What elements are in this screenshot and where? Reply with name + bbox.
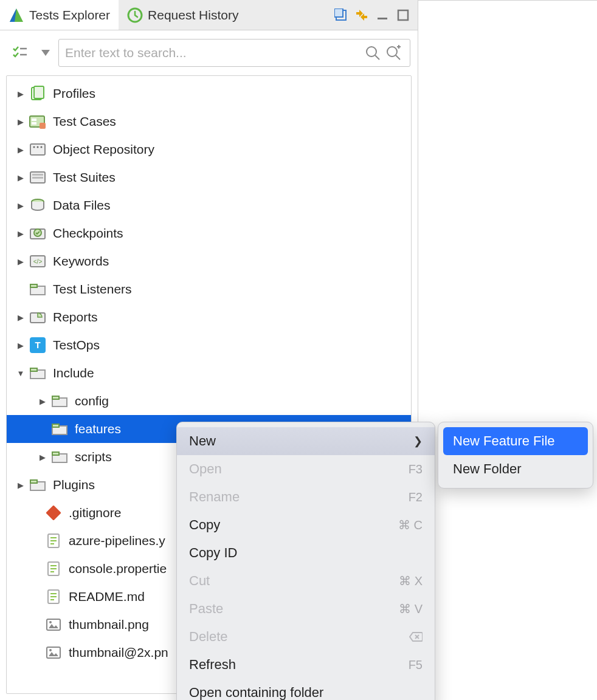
tree-item-checkpoints[interactable]: ▶ Checkpoints (7, 219, 411, 247)
svg-point-12 (387, 47, 397, 57)
tests-explorer-icon (9, 7, 24, 23)
image-icon (44, 616, 63, 634)
file-icon (44, 532, 63, 550)
minimize-icon[interactable] (374, 7, 391, 24)
right-panel (418, 0, 597, 700)
ctx-label: New (189, 433, 413, 449)
tab-tests-explorer[interactable]: Tests Explorer (0, 0, 119, 30)
tree-label: README.md (69, 589, 145, 604)
tree-label: azure-pipelines.y (69, 534, 165, 548)
tree-label: features (75, 422, 121, 436)
ctx-label: Rename (189, 489, 409, 505)
ctx-label: Paste (189, 601, 399, 617)
svg-rect-39 (52, 396, 59, 399)
tree-item-include[interactable]: ▼ Include (7, 359, 411, 387)
folder-icon (50, 448, 69, 466)
filter-checklist-icon[interactable] (7, 40, 33, 66)
svg-rect-59 (47, 647, 60, 658)
tree-item-keywords[interactable]: ▶ </> Keywords (7, 247, 411, 275)
caret-right-icon: ▶ (13, 341, 29, 350)
sub-label: New Folder (453, 461, 521, 477)
svg-rect-6 (398, 10, 408, 20)
tree-label: Test Listeners (53, 282, 132, 297)
tree-item-test-suites[interactable]: ▶ Test Suites (7, 163, 411, 191)
svg-rect-19 (32, 118, 36, 121)
caret-right-icon: ▶ (13, 145, 29, 154)
ctx-shortcut: ⌘ C (398, 518, 423, 532)
tree-label: scripts (75, 450, 112, 464)
svg-rect-34 (30, 284, 37, 287)
delete-icon (409, 631, 423, 642)
test-cases-icon (29, 112, 47, 131)
tree-label: Object Repository (53, 142, 154, 157)
tabs-bar: Tests Explorer Request History (0, 0, 418, 30)
git-icon (44, 504, 63, 522)
ctx-new[interactable]: New ❯ (177, 427, 435, 455)
svg-rect-21 (40, 123, 46, 129)
maximize-icon[interactable] (395, 7, 412, 24)
search-input[interactable] (65, 46, 362, 60)
tree-label: thumbnail@2x.pn (69, 645, 168, 660)
svg-point-23 (33, 146, 35, 148)
search-add-icon[interactable] (383, 43, 404, 63)
tree-label: Test Suites (53, 170, 116, 185)
svg-rect-40 (52, 424, 59, 427)
filter-dropdown-icon[interactable] (39, 40, 52, 66)
svg-rect-41 (52, 452, 59, 455)
svg-rect-5 (378, 18, 387, 19)
svg-point-58 (49, 621, 52, 623)
tree-label: thumbnail.png (69, 617, 149, 632)
tree-item-data-files[interactable]: ▶ Data Files (7, 191, 411, 219)
context-menu: New ❯ Open F3 Rename F2 Copy ⌘ C Copy ID… (176, 422, 435, 700)
link-icon[interactable] (353, 7, 370, 24)
folder-icon (29, 364, 47, 382)
search-bar (0, 30, 418, 75)
image-icon (44, 643, 63, 662)
ctx-shortcut: ⌘ X (399, 574, 423, 588)
caret-right-icon: ▶ (13, 117, 29, 126)
tree-item-object-repository[interactable]: ▶ Object Repository (7, 136, 411, 163)
tree-item-config[interactable]: ▶ config (7, 387, 411, 415)
svg-rect-38 (30, 368, 37, 371)
caret-down-icon: ▼ (13, 369, 29, 378)
tree-label: Checkpoints (53, 226, 123, 241)
tree-item-profiles[interactable]: ▶ Profiles (7, 80, 411, 108)
svg-rect-17 (34, 86, 44, 98)
search-input-wrap (58, 39, 410, 67)
search-icon[interactable] (362, 43, 383, 63)
reports-icon (29, 308, 47, 326)
caret-right-icon: ▶ (35, 397, 50, 406)
ctx-refresh[interactable]: Refresh F5 (177, 651, 435, 679)
tree-item-test-listeners[interactable]: ▶ Test Listeners (7, 275, 411, 303)
ctx-copy-id[interactable]: Copy ID (177, 539, 435, 567)
ctx-delete: Delete (177, 623, 435, 651)
ctx-label: Cut (189, 573, 399, 589)
sub-new-feature-file[interactable]: New Feature File (443, 427, 588, 455)
svg-marker-9 (41, 50, 50, 56)
ctx-copy[interactable]: Copy ⌘ C (177, 511, 435, 539)
tree-item-testops[interactable]: ▶ T TestOps (7, 331, 411, 359)
folder-icon (50, 392, 69, 410)
history-icon (127, 7, 143, 23)
svg-rect-28 (32, 177, 43, 179)
file-icon (44, 560, 63, 578)
tree-item-test-cases[interactable]: ▶ Test Cases (7, 108, 411, 136)
caret-right-icon: ▶ (13, 257, 29, 266)
object-repo-icon (29, 140, 47, 159)
sub-new-folder[interactable]: New Folder (443, 455, 588, 483)
split-icon[interactable] (333, 7, 350, 24)
ctx-open-folder[interactable]: Open containing folder (177, 679, 435, 700)
tree-label: TestOps (53, 338, 100, 352)
checkpoints-icon (29, 224, 47, 242)
svg-line-11 (375, 55, 379, 60)
svg-point-24 (37, 146, 39, 148)
ctx-shortcut: F2 (409, 490, 423, 504)
tab-request-history[interactable]: Request History (119, 0, 247, 30)
svg-point-61 (49, 649, 52, 651)
ctx-label: Copy ID (189, 545, 423, 561)
tree-label: Profiles (53, 86, 95, 101)
ctx-label: Open (189, 461, 409, 477)
svg-rect-27 (32, 174, 43, 176)
tree-item-reports[interactable]: ▶ Reports (7, 303, 411, 331)
svg-rect-42 (30, 480, 37, 483)
